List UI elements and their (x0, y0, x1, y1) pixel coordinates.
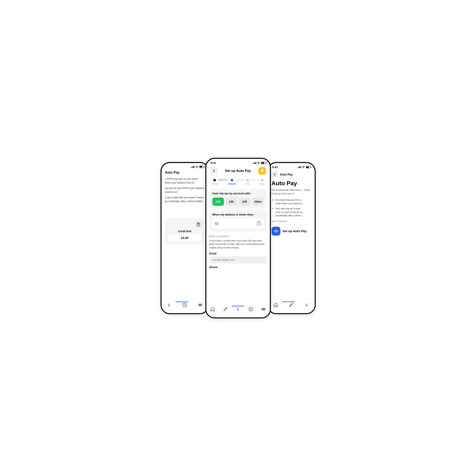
email-input[interactable] (209, 256, 267, 263)
center-header-row: Set up Auto Pay (206, 165, 270, 176)
balance-card-title: When my balance is lower than: (212, 213, 264, 216)
svg-text:?: ? (184, 304, 186, 307)
center-nav-menu[interactable] (261, 307, 266, 311)
credit-limit-card: Credit limit £2.00 (165, 218, 205, 244)
svg-line-16 (226, 308, 226, 309)
amount-card: Auto top-up my account with: £10 £20 £30… (209, 189, 267, 209)
step-done: Done (260, 179, 265, 185)
left-body-text-2: op-ups for your PAYG your balance reache… (165, 186, 205, 194)
check-mark-1: ✓ (272, 198, 274, 202)
right-time: 9:41 (272, 166, 278, 169)
right-back-arrow-icon (273, 173, 276, 176)
balance-row: £2 (212, 219, 264, 229)
center-time: 9:41 (211, 161, 216, 165)
center-page-title: Set up Auto Pay (225, 169, 251, 173)
connector-3 (250, 180, 259, 180)
left-phone-content: Auto Pay c PAYG top-ups so you never whe… (162, 169, 208, 298)
help-circle-icon: ? (182, 303, 187, 307)
amount-btn-other[interactable]: Other (252, 198, 264, 206)
lightning-icon (260, 169, 264, 173)
amount-btn-20[interactable]: £20 (226, 198, 237, 206)
center-battery-icon (261, 162, 266, 164)
right-status-icons (298, 166, 310, 168)
right-signal-icon (298, 166, 301, 168)
center-hamburger-icon (261, 307, 266, 311)
left-status-icons (191, 166, 204, 168)
svg-text:£: £ (306, 303, 308, 307)
right-status-bar: 9:41 (268, 163, 315, 170)
right-wifi-icon (302, 166, 305, 168)
setup-button-label: Set up Auto Pay (283, 229, 307, 233)
center-nav-graph[interactable] (223, 307, 228, 311)
svg-text:£: £ (237, 307, 239, 311)
autopay-heading: Auto Pay (272, 180, 311, 187)
scene: Auto Pay c PAYG top-ups so you never whe… (143, 143, 333, 333)
check-text-2: Your auto top-up is paid...card, so you'… (275, 207, 304, 217)
left-header-title: Auto Pay (165, 169, 205, 177)
get-started-label: GET STARTED (272, 220, 311, 223)
progress-steps: Energy Amount Pay Done (206, 176, 270, 187)
left-nav-indicator (175, 302, 188, 302)
signal-icon (191, 166, 195, 168)
left-body-text-3: o-up is paid with your bank ll never go … (165, 196, 205, 203)
right-header-row: Auto Pay (272, 170, 311, 180)
right-phone-content: Auto Pay Auto Pay Set up automatic PAYG … (268, 170, 315, 236)
center-bottom-nav: £ ? (206, 303, 270, 317)
wifi-icon (195, 166, 198, 168)
left-nav-billing[interactable]: £ (167, 303, 171, 307)
center-nav-billing[interactable]: £ (236, 307, 240, 311)
step-label-done: Done (260, 183, 265, 185)
back-button[interactable] (210, 167, 218, 175)
svg-rect-1 (197, 223, 200, 223)
amount-btn-10[interactable]: £10 (212, 198, 224, 206)
right-back-button[interactable] (272, 171, 278, 178)
lock-icon (257, 221, 261, 226)
connector-2 (236, 180, 246, 180)
balance-value: £2 (215, 222, 219, 225)
receipt-label: NEED A RECEIPT? (209, 235, 267, 238)
center-status-bar: 9:41 (206, 159, 270, 165)
svg-line-26 (290, 305, 291, 306)
right-battery-icon (306, 166, 310, 168)
center-nav-home[interactable] (210, 307, 215, 311)
svg-text:£: £ (168, 303, 170, 307)
center-help-icon: ? (248, 307, 253, 311)
svg-rect-11 (257, 223, 260, 225)
right-home-icon (273, 303, 278, 307)
phone-field-label: Phone (209, 266, 267, 269)
center-nav-indicator (232, 306, 244, 306)
trash-icon[interactable] (195, 221, 202, 228)
step-dot-pay (247, 179, 249, 181)
svg-line-15 (224, 309, 225, 310)
center-nav-help[interactable]: ? (248, 307, 253, 311)
graph-icon (223, 307, 228, 311)
right-nav-graph[interactable] (289, 303, 293, 307)
home-icon (210, 307, 215, 311)
lightning-button[interactable] (258, 167, 266, 175)
center-status-icons (253, 162, 266, 164)
right-page-title: Auto Pay (280, 173, 293, 176)
connector-1 (218, 180, 228, 180)
infinity-icon (274, 230, 278, 233)
left-bottom-nav: £ ? (162, 299, 208, 313)
back-arrow-icon (212, 169, 216, 172)
amount-btn-30[interactable]: £30 (239, 198, 251, 206)
right-nav-indicator (282, 302, 295, 302)
right-nav-billing[interactable]: £ (305, 303, 309, 307)
check-item-1: ✓ Set repeat top-ups for yo...meter when… (272, 198, 311, 205)
step-dot-amount (231, 179, 233, 181)
right-graph-icon (289, 303, 293, 307)
step-energy: Energy (211, 179, 218, 185)
infinity-icon-button[interactable] (272, 227, 280, 236)
receipt-desc: If you'd like a receipt when your Auto P… (209, 239, 267, 250)
right-nav-home[interactable] (273, 303, 278, 307)
left-nav-help[interactable]: ? (182, 303, 187, 307)
left-nav-menu[interactable] (198, 303, 203, 307)
setup-button-row[interactable]: Set up Auto Pay (272, 227, 311, 236)
amount-card-title: Auto top-up my account with: (212, 192, 264, 195)
svg-rect-2 (197, 224, 200, 226)
receipt-section: NEED A RECEIPT? If you'd like a receipt … (206, 233, 270, 271)
step-label-amount: Amount (228, 183, 236, 185)
step-label-energy: Energy (211, 183, 218, 185)
billing-icon: £ (167, 303, 171, 307)
